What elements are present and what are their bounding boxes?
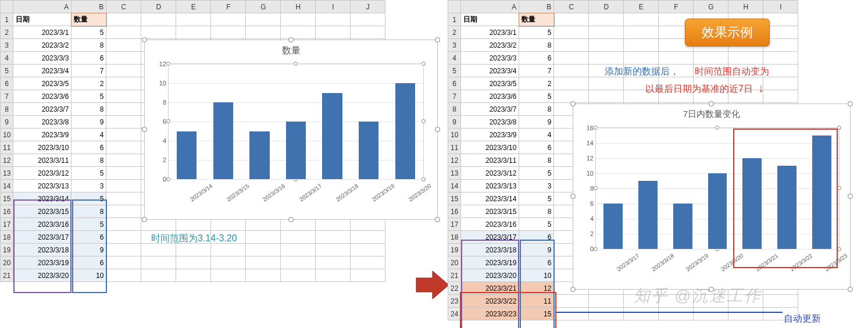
- bar[interactable]: [286, 122, 306, 179]
- cell[interactable]: [106, 13, 141, 26]
- cell[interactable]: [351, 13, 385, 26]
- cell[interactable]: 10: [519, 269, 554, 282]
- cell[interactable]: [316, 13, 351, 26]
- col-header[interactable]: D: [589, 1, 624, 13]
- row-header[interactable]: 13: [1, 167, 13, 180]
- cell[interactable]: 数量: [72, 13, 106, 26]
- bar[interactable]: [742, 158, 762, 249]
- cell[interactable]: [624, 26, 659, 39]
- cell[interactable]: [554, 90, 589, 103]
- cell[interactable]: 2023/3/12: [461, 167, 519, 180]
- col-header[interactable]: G: [694, 1, 728, 13]
- resize-handle[interactable]: [848, 194, 853, 199]
- cell[interactable]: [589, 26, 624, 39]
- cell[interactable]: [659, 52, 694, 65]
- cell[interactable]: 6: [519, 231, 554, 244]
- row-header[interactable]: 5: [448, 65, 461, 77]
- cell[interactable]: 2023/3/2: [13, 39, 72, 52]
- cell[interactable]: 5: [72, 218, 106, 231]
- cell[interactable]: [763, 77, 798, 90]
- row-header[interactable]: 3: [1, 39, 13, 52]
- row-header[interactable]: 21: [1, 269, 13, 282]
- cell[interactable]: [624, 52, 659, 65]
- row-header[interactable]: 9: [1, 116, 13, 129]
- row-header[interactable]: 18: [448, 231, 461, 244]
- cell[interactable]: 数量: [519, 13, 554, 26]
- cell[interactable]: 8: [519, 103, 554, 116]
- cell[interactable]: [106, 103, 141, 116]
- cell[interactable]: 5: [519, 218, 554, 231]
- cell[interactable]: [351, 26, 385, 39]
- cell[interactable]: [106, 141, 141, 154]
- cell[interactable]: 5: [72, 192, 106, 205]
- cell[interactable]: [694, 52, 728, 65]
- cell[interactable]: [351, 269, 385, 282]
- cell[interactable]: [176, 256, 211, 269]
- cell[interactable]: 2023/3/6: [13, 90, 72, 103]
- col-header[interactable]: C: [106, 1, 141, 13]
- cell[interactable]: 6: [519, 141, 554, 154]
- cell[interactable]: 2023/3/5: [461, 77, 519, 90]
- cell[interactable]: [211, 269, 246, 282]
- cell[interactable]: [106, 65, 141, 77]
- row-header[interactable]: 7: [448, 90, 461, 103]
- cell[interactable]: 日期: [13, 13, 72, 26]
- cell[interactable]: [106, 77, 141, 90]
- cell[interactable]: [141, 26, 176, 39]
- col-header[interactable]: I: [763, 1, 798, 13]
- cell[interactable]: 6: [72, 256, 106, 269]
- resize-handle[interactable]: [570, 287, 576, 292]
- cell[interactable]: [246, 13, 281, 26]
- col-header[interactable]: C: [554, 1, 589, 13]
- cell[interactable]: [106, 26, 141, 39]
- cell[interactable]: 2023/3/17: [13, 231, 72, 244]
- chart-left[interactable]: 数量 0246810122023/3/142023/3/152023/3/162…: [144, 40, 438, 220]
- cell[interactable]: 8: [72, 205, 106, 218]
- cell[interactable]: [554, 39, 589, 52]
- cell[interactable]: 2023/3/8: [13, 116, 72, 129]
- cell[interactable]: 2023/3/18: [461, 244, 519, 256]
- cell[interactable]: [316, 244, 351, 256]
- cell[interactable]: 2023/3/20: [461, 269, 519, 282]
- cell[interactable]: [106, 116, 141, 129]
- resize-handle[interactable]: [709, 101, 714, 106]
- row-header[interactable]: 10: [448, 129, 461, 141]
- row-header[interactable]: 17: [1, 218, 13, 231]
- corner-cell[interactable]: [448, 1, 461, 13]
- resize-handle[interactable]: [435, 217, 440, 222]
- cell[interactable]: 2023/3/9: [461, 129, 519, 141]
- cell[interactable]: 8: [519, 39, 554, 52]
- row-header[interactable]: 12: [1, 154, 13, 167]
- row-header[interactable]: 21: [448, 269, 461, 282]
- cell[interactable]: [589, 295, 624, 308]
- cell[interactable]: 2023/3/5: [13, 77, 72, 90]
- bar[interactable]: [812, 136, 831, 249]
- row-header[interactable]: 11: [448, 141, 461, 154]
- cell[interactable]: [316, 269, 351, 282]
- cell[interactable]: 2023/3/1: [461, 26, 519, 39]
- cell[interactable]: 5: [72, 90, 106, 103]
- cell[interactable]: [176, 269, 211, 282]
- cell[interactable]: [106, 52, 141, 65]
- cell[interactable]: [589, 52, 624, 65]
- row-header[interactable]: 7: [1, 90, 13, 103]
- cell[interactable]: [351, 256, 385, 269]
- col-header[interactable]: A: [13, 1, 72, 13]
- cell[interactable]: 2: [72, 77, 106, 90]
- cell[interactable]: [554, 77, 589, 90]
- col-header[interactable]: J: [351, 1, 385, 13]
- bar[interactable]: [638, 181, 658, 249]
- row-header[interactable]: 24: [448, 308, 461, 320]
- cell[interactable]: 2023/3/6: [461, 90, 519, 103]
- cell[interactable]: 2023/3/23: [461, 308, 519, 320]
- cell[interactable]: 日期: [461, 13, 519, 26]
- cell[interactable]: [728, 52, 763, 65]
- bar[interactable]: [673, 204, 692, 249]
- cell[interactable]: [211, 256, 246, 269]
- cell[interactable]: [316, 231, 351, 244]
- cell[interactable]: [281, 244, 316, 256]
- col-header[interactable]: H: [728, 1, 763, 13]
- cell[interactable]: 15: [519, 308, 554, 320]
- row-header[interactable]: 14: [1, 180, 13, 192]
- cell[interactable]: [554, 13, 589, 26]
